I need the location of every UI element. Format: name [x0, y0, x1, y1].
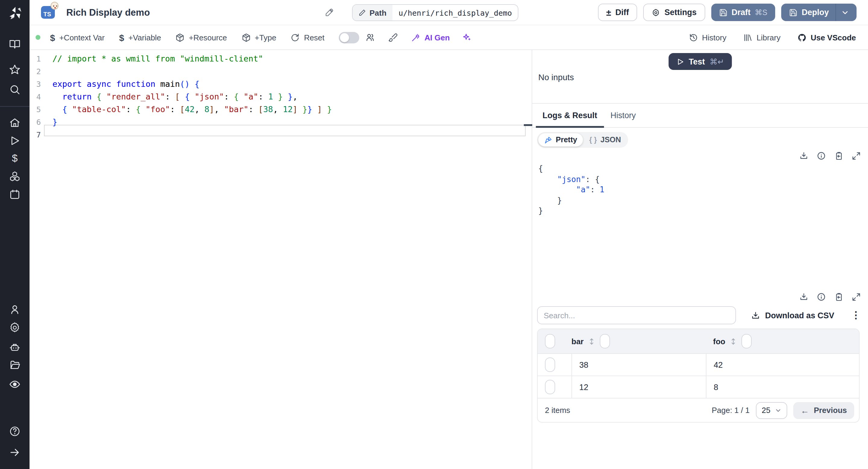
info-icon[interactable]: [817, 292, 826, 302]
expand-icon[interactable]: [852, 292, 861, 302]
robot-icon[interactable]: [9, 342, 21, 353]
panel-resize-handle[interactable]: [524, 124, 532, 126]
edit-summary-pencil-icon[interactable]: [324, 8, 334, 18]
chevron-down-icon: [775, 407, 781, 413]
info-icon[interactable]: [817, 151, 826, 160]
settings-button[interactable]: Settings: [644, 4, 705, 21]
column-filter-checkbox[interactable]: [741, 334, 752, 348]
json-view-button[interactable]: { } JSON: [583, 133, 627, 147]
chevron-down-icon: [841, 9, 849, 16]
code-line[interactable]: }: [53, 116, 532, 128]
line-number-gutter: 1234567: [30, 53, 48, 141]
book-icon[interactable]: [9, 39, 21, 50]
expand-icon[interactable]: [852, 151, 861, 160]
tab-history[interactable]: History: [604, 104, 643, 127]
folder-icon[interactable]: [9, 359, 21, 371]
select-all-checkbox[interactable]: [545, 334, 555, 348]
add-type-button[interactable]: +Type: [241, 33, 276, 42]
search-input[interactable]: [537, 306, 736, 324]
add-variable-button[interactable]: $+Variable: [119, 32, 161, 42]
status-dot: [36, 35, 40, 40]
add-resource-button[interactable]: +Resource: [176, 33, 227, 42]
previous-page-button[interactable]: ← Previous: [793, 402, 854, 419]
magic-wand-icon: [411, 33, 421, 42]
package-icon: [241, 33, 250, 42]
preview-panel: Test ⌘↵ No inputs Logs & Result History …: [532, 50, 868, 469]
arrow-left-icon: ←: [801, 405, 809, 415]
pencil-icon: [359, 9, 366, 16]
code-line[interactable]: [53, 128, 532, 141]
table-footer: 2 items Page: 1 / 1 25 ← Previous: [538, 398, 859, 422]
home-icon[interactable]: [9, 117, 21, 128]
reset-button[interactable]: Reset: [291, 33, 324, 42]
play-icon[interactable]: [9, 135, 21, 147]
calendar-icon[interactable]: [9, 189, 21, 200]
draft-button[interactable]: Draft ⌘S: [711, 4, 775, 21]
column-header-foo[interactable]: foo: [713, 337, 725, 346]
windmill-logo-icon[interactable]: [7, 5, 23, 21]
star-icon[interactable]: [9, 64, 21, 75]
sidebar: $: [0, 0, 30, 469]
gear-icon[interactable]: [9, 322, 21, 333]
library-button[interactable]: Library: [743, 33, 781, 42]
pretty-view-button[interactable]: Pretty: [538, 133, 583, 147]
table-cell: 8: [706, 376, 859, 398]
deploy-button[interactable]: Deploy: [781, 4, 857, 21]
history-clock-icon: [689, 33, 698, 42]
diff-mode-toggle[interactable]: [339, 32, 360, 43]
table-row[interactable]: 128: [538, 376, 859, 398]
code-line[interactable]: [53, 65, 532, 78]
code-line[interactable]: return { "render_all": [ { "json": { "a"…: [53, 90, 532, 103]
download-icon[interactable]: [799, 151, 808, 160]
table-actions: [799, 292, 861, 302]
search-icon[interactable]: [9, 84, 21, 95]
diff-button[interactable]: ± Diff: [598, 4, 637, 21]
clipboard-copy-icon[interactable]: [834, 151, 843, 160]
download-icon[interactable]: [799, 292, 808, 302]
format-brush-icon[interactable]: [389, 33, 398, 42]
braces-icon: { }: [589, 136, 597, 144]
items-count: 2 items: [545, 406, 570, 415]
sparkles-icon[interactable]: [462, 33, 471, 42]
sort-icon: [730, 337, 737, 345]
dollar-icon[interactable]: $: [9, 153, 21, 164]
clipboard-copy-icon[interactable]: [834, 292, 843, 302]
result-view-switch: Pretty { } JSON: [537, 132, 628, 148]
kebab-menu-icon[interactable]: ⋮: [851, 310, 861, 320]
test-button[interactable]: Test ⌘↵: [668, 53, 732, 70]
eye-icon[interactable]: [9, 379, 21, 390]
row-checkbox[interactable]: [545, 380, 555, 394]
code-line[interactable]: export async function main() {: [53, 78, 532, 90]
table-cell: 42: [706, 354, 859, 376]
emoji-bun-icon: [51, 2, 59, 10]
result-actions: [799, 151, 861, 160]
ai-gen-button[interactable]: AI Gen: [411, 33, 450, 42]
dollar-icon: $: [50, 32, 55, 42]
history-button[interactable]: History: [689, 33, 726, 42]
sidebar-divider: [0, 106, 30, 107]
code-line[interactable]: { "table-col": { "foo": [42, 8], "bar": …: [53, 103, 532, 116]
use-vscode-button[interactable]: Use VScode: [798, 33, 856, 42]
download-csv-button[interactable]: Download as CSV: [751, 311, 834, 320]
code-line[interactable]: // import * as wmill from "windmill-clie…: [53, 53, 532, 65]
user-icon[interactable]: [9, 304, 21, 315]
path-widget[interactable]: Path u/henri/rich_display_demo: [352, 4, 519, 21]
column-header-bar[interactable]: bar: [571, 337, 584, 346]
users-icon[interactable]: [366, 33, 375, 42]
tab-logs-result[interactable]: Logs & Result: [536, 104, 604, 127]
add-context-var-button[interactable]: $+Context Var: [50, 32, 104, 42]
arrow-right-icon[interactable]: [9, 447, 21, 458]
line-number: 7: [30, 128, 48, 141]
row-checkbox[interactable]: [545, 357, 555, 372]
content: 1234567 // import * as wmill from "windm…: [30, 50, 868, 469]
line-number: 1: [30, 53, 48, 65]
page-size-select[interactable]: 25: [755, 402, 787, 419]
code-editor[interactable]: 1234567 // import * as wmill from "windm…: [30, 50, 532, 469]
path-edit-section[interactable]: Path: [352, 5, 393, 21]
boxes-icon[interactable]: [9, 170, 21, 182]
help-icon[interactable]: [9, 426, 21, 437]
code-area[interactable]: // import * as wmill from "windmill-clie…: [53, 53, 532, 141]
line-number: 4: [30, 90, 48, 103]
column-filter-checkbox[interactable]: [600, 334, 610, 348]
table-row[interactable]: 3842: [538, 353, 859, 376]
